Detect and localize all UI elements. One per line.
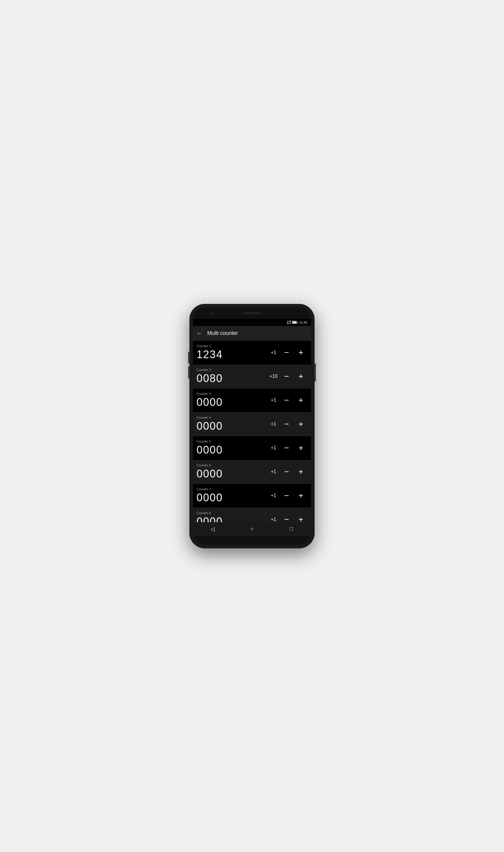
status-icons: 11:41 [287,321,307,324]
phone-bottom-bezel [193,536,311,545]
counter-value-8: 0000 [197,515,268,522]
counter-step-4: +1 [268,421,279,427]
battery-icon [292,321,297,324]
counter-info-2: Counter 2 0080 [197,368,268,385]
counter-label-7: Counter 7 [197,487,268,491]
counter-label-1: Counter 1 [197,344,268,348]
counter-controls-5: +1 − + [268,441,307,454]
counter-value-3: 0000 [197,396,268,409]
recent-nav-button[interactable]: □ [285,523,298,536]
counter-info-4: Counter 4 0000 [197,416,268,432]
counter-row-1: Counter 1 1234 +1 − + [193,341,311,365]
counter-info-3: Counter 3 0000 [197,392,268,409]
phone-top-bezel [193,307,311,319]
power-button[interactable] [314,364,316,381]
counter-row-5: Counter 5 0000 +1 − + [193,436,311,460]
counter-label-2: Counter 2 [197,368,268,371]
counter-plus-7[interactable]: + [294,489,307,502]
counter-minus-7[interactable]: − [280,489,293,502]
counter-row-3: Counter 3 0000 +1 − + [193,388,311,413]
counter-info-1: Counter 1 1234 [197,344,268,361]
counter-plus-1[interactable]: + [294,346,307,359]
counter-controls-1: +1 − + [268,346,307,359]
counter-info-6: Counter 6 0000 [197,464,268,480]
back-button[interactable]: ← [197,330,202,337]
counter-label-4: Counter 4 [197,416,268,419]
counter-label-6: Counter 6 [197,464,268,467]
counter-step-8: +1 [268,517,279,522]
counter-value-4: 0000 [197,420,268,432]
app-bar: ← Multi counter [193,326,311,341]
counter-minus-8[interactable]: − [280,513,293,522]
battery-fill [292,322,296,323]
counter-value-1: 1234 [197,348,268,361]
counter-label-5: Counter 5 [197,439,268,443]
status-time: 11:41 [299,321,307,324]
counter-value-2: 0080 [197,372,268,385]
counter-controls-6: +1 − + [268,465,307,478]
counter-list: Counter 1 1234 +1 − + Counter 2 0080 +10… [193,341,311,522]
counter-value-7: 0000 [197,491,268,504]
counter-row-2: Counter 2 0080 +10 − + [193,365,311,388]
counter-row-7: Counter 7 0000 +1 − + [193,484,311,508]
speaker [243,312,261,314]
phone-screen: 11:41 ← Multi counter Counter 1 1234 +1 … [193,307,311,545]
counter-value-6: 0000 [197,468,268,480]
counter-step-5: +1 [268,445,279,451]
counter-info-7: Counter 7 0000 [197,487,268,504]
bottom-nav: ◁ ○ □ [193,522,311,536]
volume-down-button[interactable] [188,366,190,378]
counter-controls-2: +10 − + [268,370,307,383]
counter-row-8: Counter 8 0000 +1 − + [193,508,311,522]
counter-plus-2[interactable]: + [294,370,307,383]
counter-minus-2[interactable]: − [280,370,293,383]
counter-step-7: +1 [268,493,279,498]
counter-label-8: Counter 8 [197,511,268,515]
counter-controls-4: +1 − + [268,417,307,431]
counter-plus-4[interactable]: + [294,417,307,431]
counter-step-1: +1 [268,350,279,355]
status-bar: 11:41 [193,319,311,326]
app-title: Multi counter [207,330,238,337]
counter-plus-6[interactable]: + [294,465,307,478]
counter-plus-8[interactable]: + [294,513,307,522]
counter-plus-5[interactable]: + [294,441,307,454]
phone-device: 11:41 ← Multi counter Counter 1 1234 +1 … [190,304,314,548]
counter-controls-8: +1 − + [268,513,307,522]
no-signal-icon [287,321,291,324]
home-nav-button[interactable]: ○ [246,523,258,536]
counter-step-2: +10 [268,374,279,379]
counter-label-3: Counter 3 [197,392,268,395]
counter-row-4: Counter 4 0000 +1 − + [193,413,311,436]
back-nav-button[interactable]: ◁ [206,523,219,536]
counter-info-5: Counter 5 0000 [197,439,268,456]
counter-value-5: 0000 [197,444,268,456]
counter-info-8: Counter 8 0000 [197,511,268,522]
counter-minus-3[interactable]: − [280,394,293,407]
counter-minus-4[interactable]: − [280,417,293,431]
counter-minus-5[interactable]: − [280,441,293,454]
counter-minus-6[interactable]: − [280,465,293,478]
counter-row-6: Counter 6 0000 +1 − + [193,460,311,484]
counter-minus-1[interactable]: − [280,346,293,359]
counter-step-3: +1 [268,398,279,403]
counter-controls-7: +1 − + [268,489,307,502]
front-camera [211,312,213,314]
volume-up-button[interactable] [188,351,190,364]
counter-plus-3[interactable]: + [294,394,307,407]
counter-step-6: +1 [268,469,279,474]
counter-controls-3: +1 − + [268,394,307,407]
